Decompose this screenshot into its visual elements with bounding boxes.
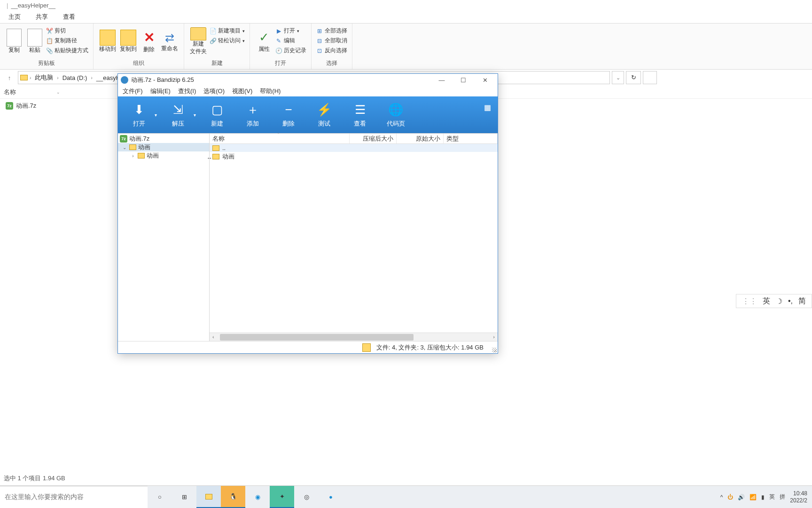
tray-wifi-icon[interactable]: 📶 xyxy=(750,494,757,500)
properties-button[interactable]: ✓属性 xyxy=(254,24,274,58)
history-button[interactable]: 🕘历史记录 xyxy=(274,46,307,55)
edit-button[interactable]: ✎编辑 xyxy=(274,36,307,45)
bandizip-status: 文件: 4, 文件夹: 3, 压缩包大小: 1.94 GB xyxy=(118,341,498,353)
select-none-button[interactable]: ⊟全部取消 xyxy=(315,36,348,45)
moon-icon[interactable]: ☽ xyxy=(776,297,782,306)
bandizip-app-icon xyxy=(121,76,128,84)
ime-bar[interactable]: ⋮⋮ 英 ☽ •, 简 xyxy=(736,294,812,308)
move-to-button[interactable]: 移动到 xyxy=(97,24,118,58)
tb-codepage[interactable]: 🌐代码页 xyxy=(379,102,412,128)
col-packed[interactable]: 压缩后大小 xyxy=(350,134,397,143)
list-row-up[interactable]: .. xyxy=(210,144,498,152)
close-button[interactable]: ✕ xyxy=(475,74,495,86)
menu-options[interactable]: 选项(O) xyxy=(203,87,225,95)
bandizip-list: .. 动画 xyxy=(210,144,498,333)
group-clipboard-label: 剪贴板 xyxy=(4,58,89,68)
minimize-button[interactable]: — xyxy=(432,74,452,86)
paste-button[interactable]: 粘贴 xyxy=(24,24,45,58)
scrollbar-thumb[interactable] xyxy=(220,334,414,341)
tree-item[interactable]: › 动画 xyxy=(118,151,209,160)
maximize-button[interactable]: ☐ xyxy=(453,74,473,86)
tray-chevron-up[interactable]: ^ xyxy=(720,494,723,500)
group-open-label: 打开 xyxy=(254,58,307,68)
new-folder-button[interactable]: 新建 文件夹 xyxy=(188,24,209,58)
refresh-button[interactable]: ↻ xyxy=(626,71,641,84)
paste-shortcut-button[interactable]: 📎粘贴快捷方式 xyxy=(45,46,89,55)
tab-home[interactable]: 主页 xyxy=(1,11,28,23)
column-name[interactable]: 名称 xyxy=(4,88,55,96)
resize-grip[interactable] xyxy=(492,348,497,352)
explorer-status: 选中 1 个项目 1.94 GB xyxy=(0,473,69,484)
new-item-button[interactable]: 📄新建项目 ▾ xyxy=(209,26,246,35)
tb-qr-icon[interactable]: ▦ xyxy=(484,103,491,112)
tb-test[interactable]: ⚡测试 xyxy=(308,102,341,128)
tab-view[interactable]: 查看 xyxy=(55,11,83,23)
menu-view[interactable]: 视图(V) xyxy=(232,87,252,95)
group-new-label: 新建 xyxy=(188,58,246,68)
taskbar-search[interactable]: 在这里输入你要搜索的内容 xyxy=(0,486,148,508)
taskbar-edge[interactable]: ◉ xyxy=(245,486,270,508)
taskbar-app-blue[interactable]: ● xyxy=(319,486,343,508)
ime-lang[interactable]: 英 xyxy=(763,296,770,306)
tb-extract[interactable]: ⇲解压 xyxy=(162,102,195,128)
address-dropdown[interactable]: ⌄ xyxy=(612,71,624,84)
rename-button[interactable]: ⇄重命名 xyxy=(159,24,180,58)
ribbon: 复制 粘贴 ✂️剪切 📋复制路径 📎粘贴快捷方式 剪贴板 移动到 复制到 ✕删除… xyxy=(0,24,812,70)
tb-extract-drop[interactable]: ▾ xyxy=(194,112,196,118)
copy-path-button[interactable]: 📋复制路径 xyxy=(45,36,89,45)
tray-lang1[interactable]: 英 xyxy=(769,493,775,501)
system-tray: ^ ⏻ 🔊 📶 ▮ 英 拼 10:48 2022/2 xyxy=(716,486,812,508)
taskbar-app-qq[interactable]: 🐧 xyxy=(221,486,245,508)
menu-edit[interactable]: 编辑(E) xyxy=(150,87,171,95)
copy-to-button[interactable]: 复制到 xyxy=(118,24,139,58)
breadcrumb-segment[interactable]: Data (D:) xyxy=(61,74,89,81)
menu-help[interactable]: 帮助(H) xyxy=(260,87,281,95)
tb-open-drop[interactable]: ▾ xyxy=(155,112,157,118)
taskbar-explorer[interactable] xyxy=(196,486,221,508)
explorer-search[interactable] xyxy=(643,71,657,84)
folder-icon xyxy=(212,145,219,151)
delete-button[interactable]: ✕删除 xyxy=(139,24,159,58)
easy-access-button[interactable]: 🔗轻松访问 ▾ xyxy=(209,36,246,45)
ime-mode[interactable]: 简 xyxy=(798,296,806,306)
copy-button[interactable]: 复制 xyxy=(4,24,24,58)
task-view-button[interactable]: ⊞ xyxy=(172,486,196,508)
archive-status-icon xyxy=(362,343,371,352)
invert-selection-button[interactable]: ⊡反向选择 xyxy=(315,46,348,55)
open-button[interactable]: ▶打开 ▾ xyxy=(274,26,307,35)
breadcrumb-segment[interactable]: 此电脑 xyxy=(33,73,55,82)
list-row[interactable]: 动画 xyxy=(210,152,498,161)
cut-button[interactable]: ✂️剪切 xyxy=(45,26,89,35)
taskbar-app-green[interactable]: ✦ xyxy=(270,486,294,508)
tree-item[interactable]: ⌄ 动画 xyxy=(118,143,209,151)
tb-delete[interactable]: −删除 xyxy=(272,102,305,128)
cortana-button[interactable]: ○ xyxy=(148,486,172,508)
col-type[interactable]: 类型 xyxy=(444,134,498,143)
select-all-button[interactable]: ⊞全部选择 xyxy=(315,26,348,35)
taskbar-obs[interactable]: ◎ xyxy=(294,486,319,508)
explorer-tabs: 主页 共享 查看 xyxy=(0,10,812,24)
tb-new[interactable]: ▢新建 xyxy=(201,102,234,128)
tray-power-icon[interactable]: ⏻ xyxy=(727,494,733,500)
tray-clock[interactable]: 10:48 2022/2 xyxy=(790,490,807,504)
chevron-right-icon[interactable]: › xyxy=(130,153,136,159)
col-orig[interactable]: 原始大小 xyxy=(397,134,444,143)
col-name[interactable]: 名称 xyxy=(210,134,350,143)
ime-punct[interactable]: •, xyxy=(788,297,793,305)
tray-volume-icon[interactable]: 🔊 xyxy=(738,494,745,500)
tb-open[interactable]: ⬇打开 xyxy=(123,102,156,128)
tb-view[interactable]: ☰查看 xyxy=(344,102,376,128)
tb-add[interactable]: ＋添加 xyxy=(236,102,269,128)
tree-root[interactable]: 7z 动画.7z xyxy=(118,135,209,143)
tab-share[interactable]: 共享 xyxy=(28,11,55,23)
chevron-down-icon[interactable]: ⌄ xyxy=(122,145,127,150)
bandizip-titlebar[interactable]: 动画.7z - Bandizip 6.25 — ☐ ✕ xyxy=(118,74,498,86)
group-organize-label: 组织 xyxy=(97,58,180,68)
horizontal-scrollbar[interactable]: ‹ › xyxy=(210,333,498,341)
group-select-label: 选择 xyxy=(315,58,348,68)
tray-lang2[interactable]: 拼 xyxy=(780,493,785,501)
up-button[interactable]: ↑ xyxy=(3,74,16,81)
tray-battery-icon[interactable]: ▮ xyxy=(761,494,765,500)
menu-file[interactable]: 文件(F) xyxy=(123,87,143,95)
menu-find[interactable]: 查找(I) xyxy=(178,87,196,95)
